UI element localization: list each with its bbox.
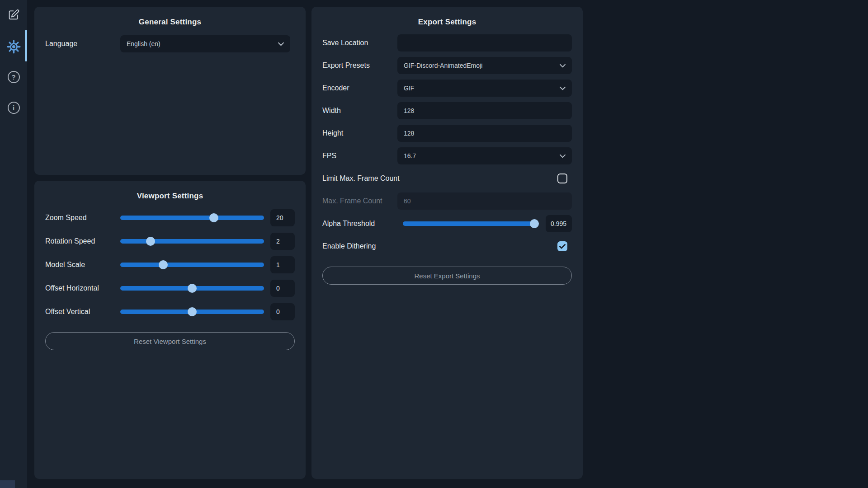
limit-max-frame-count-checkbox[interactable] (557, 174, 567, 183)
width-input[interactable]: 128 (397, 102, 572, 119)
slider-thumb[interactable] (209, 213, 218, 222)
slider-thumb[interactable] (159, 260, 168, 269)
height-row: Height 128 (322, 125, 572, 142)
offset-horizontal-label: Offset Horizontal (45, 284, 120, 292)
fps-value: 16.7 (404, 152, 416, 160)
model-scale-slider[interactable] (120, 256, 264, 273)
sidebar-corner (0, 480, 15, 488)
encoder-label: Encoder (322, 84, 397, 92)
edit-icon (7, 9, 20, 21)
active-tab-indicator (25, 30, 27, 61)
sidebar-item-edit[interactable] (0, 4, 27, 26)
chevron-down-icon (560, 154, 566, 158)
offset-horizontal-value[interactable]: 0 (270, 280, 295, 297)
general-settings-panel: General Settings Language English (en) (34, 7, 306, 175)
chevron-down-icon (560, 64, 566, 68)
offset-vertical-slider[interactable] (120, 303, 264, 320)
language-label: Language (45, 40, 120, 48)
offset-vertical-label: Offset Vertical (45, 308, 120, 316)
save-location-row: Save Location (322, 34, 572, 52)
limit-max-frame-count-row: Limit Max. Frame Count (322, 170, 572, 187)
gear-icon (7, 40, 21, 54)
rotation-speed-slider[interactable] (120, 233, 264, 250)
fps-label: FPS (322, 152, 397, 160)
info-icon: i (8, 102, 20, 114)
export-presets-label: Export Presets (322, 61, 397, 70)
zoom-speed-slider[interactable] (120, 209, 264, 226)
sidebar-item-info[interactable]: i (0, 96, 27, 119)
offset-vertical-value[interactable]: 0 (270, 303, 295, 320)
max-frame-count-row: Max. Frame Count 60 (322, 192, 572, 210)
chevron-down-icon (278, 42, 284, 46)
height-input[interactable]: 128 (397, 125, 572, 142)
general-settings-title: General Settings (45, 7, 295, 27)
rotation-speed-label: Rotation Speed (45, 237, 120, 245)
help-icon: ? (8, 71, 20, 83)
enable-dithering-row: Enable Dithering (322, 238, 572, 255)
checkmark-icon (559, 244, 566, 249)
width-row: Width 128 (322, 102, 572, 119)
language-select[interactable]: English (en) (120, 35, 290, 52)
max-frame-count-input: 60 (397, 192, 572, 210)
app-window: ? i General Settings Language English (e… (0, 0, 868, 488)
fps-row: FPS 16.7 (322, 147, 572, 164)
model-scale-label: Model Scale (45, 261, 120, 269)
model-scale-value[interactable]: 1 (270, 256, 295, 273)
slider-thumb[interactable] (146, 237, 155, 246)
export-settings-title: Export Settings (322, 7, 572, 27)
rotation-speed-row: Rotation Speed 2 (45, 233, 295, 250)
limit-max-frame-count-label: Limit Max. Frame Count (322, 174, 557, 183)
zoom-speed-label: Zoom Speed (45, 214, 120, 222)
export-presets-row: Export Presets GIF-Discord-AnimatedEmoji (322, 57, 572, 74)
width-label: Width (322, 107, 397, 115)
alpha-threshold-label: Alpha Threshold (322, 220, 397, 228)
max-frame-count-label: Max. Frame Count (322, 197, 397, 205)
offset-horizontal-slider[interactable] (120, 280, 264, 297)
viewport-settings-title: Viewport Settings (45, 181, 295, 201)
height-label: Height (322, 129, 397, 137)
model-scale-row: Model Scale 1 (45, 256, 295, 273)
encoder-select[interactable]: GIF (397, 80, 572, 97)
zoom-speed-value[interactable]: 20 (270, 209, 295, 226)
viewport-settings-panel: Viewport Settings Zoom Speed 20 Rotation… (34, 181, 306, 479)
enable-dithering-checkbox[interactable] (557, 241, 567, 251)
encoder-row: Encoder GIF (322, 80, 572, 97)
rotation-speed-value[interactable]: 2 (270, 233, 295, 250)
reset-viewport-settings-button[interactable]: Reset Viewport Settings (45, 332, 295, 350)
zoom-speed-row: Zoom Speed 20 (45, 209, 295, 226)
alpha-threshold-slider[interactable] (403, 215, 538, 232)
language-select-value: English (en) (127, 40, 160, 47)
sidebar-item-settings[interactable] (0, 35, 27, 58)
export-presets-value: GIF-Discord-AnimatedEmoji (404, 62, 482, 69)
save-location-label: Save Location (322, 39, 397, 47)
sidebar-item-help[interactable]: ? (0, 66, 27, 88)
offset-vertical-row: Offset Vertical 0 (45, 303, 295, 320)
alpha-threshold-value[interactable]: 0.995 (546, 215, 572, 232)
slider-thumb[interactable] (188, 307, 197, 316)
slider-thumb[interactable] (530, 219, 539, 228)
save-location-input[interactable] (397, 34, 572, 52)
export-settings-panel: Export Settings Save Location Export Pre… (311, 7, 583, 479)
enable-dithering-label: Enable Dithering (322, 242, 557, 250)
slider-thumb[interactable] (188, 284, 197, 293)
reset-export-settings-button[interactable]: Reset Export Settings (322, 267, 572, 285)
chevron-down-icon (560, 86, 566, 90)
encoder-value: GIF (404, 84, 414, 92)
fps-select[interactable]: 16.7 (397, 147, 572, 164)
export-presets-select[interactable]: GIF-Discord-AnimatedEmoji (397, 57, 572, 74)
alpha-threshold-row: Alpha Threshold 0.995 (322, 215, 572, 232)
sidebar: ? i (0, 0, 27, 488)
offset-horizontal-row: Offset Horizontal 0 (45, 280, 295, 297)
language-row: Language English (en) (45, 35, 295, 52)
